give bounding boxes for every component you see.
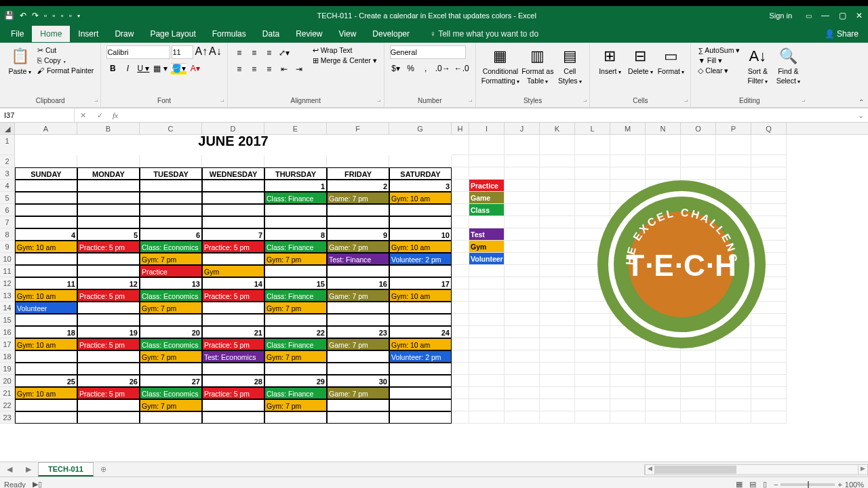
delete-cells-button[interactable]: ⊟Delete	[626, 45, 654, 75]
row-header[interactable]: 19	[0, 363, 15, 375]
cell[interactable]: Gym: 10 am	[389, 289, 452, 302]
horizontal-scrollbar[interactable]: ◀▶	[644, 464, 868, 475]
cell[interactable]	[327, 350, 389, 363]
cell[interactable]	[15, 216, 77, 228]
cell[interactable]	[77, 216, 140, 228]
cell[interactable]	[389, 314, 452, 326]
cell[interactable]	[327, 204, 389, 216]
font-size[interactable]	[172, 45, 193, 59]
cell[interactable]	[505, 411, 540, 424]
row-header[interactable]: 22	[0, 399, 15, 411]
spreadsheet-grid[interactable]: 1JUNE 201723SUNDAYMONDAYTUESDAYWEDNESDAY…	[0, 135, 868, 462]
cell[interactable]: 26	[77, 375, 140, 387]
cell[interactable]	[452, 228, 469, 241]
cell[interactable]	[505, 363, 540, 375]
row-header[interactable]: 23	[0, 411, 15, 424]
cell[interactable]: 27	[140, 375, 202, 387]
cell[interactable]	[452, 302, 469, 314]
cell[interactable]	[751, 387, 787, 399]
row-header[interactable]: 5	[0, 192, 15, 204]
cell[interactable]	[751, 155, 787, 167]
fx-icon[interactable]: fx	[108, 111, 122, 119]
cell[interactable]	[681, 399, 716, 411]
insert-cells-button[interactable]: ⊞Insert	[595, 45, 624, 75]
cell[interactable]: Practice: 5 pm	[202, 338, 264, 350]
cell[interactable]	[452, 265, 469, 277]
cell[interactable]	[452, 155, 469, 167]
cell[interactable]	[505, 350, 540, 363]
zoom-in-icon[interactable]: +	[837, 481, 842, 489]
cell[interactable]	[540, 289, 575, 302]
cell[interactable]	[505, 155, 540, 167]
qa-icon[interactable]: ▫	[61, 11, 64, 20]
cell[interactable]	[716, 387, 751, 399]
cell[interactable]	[505, 216, 540, 228]
cell[interactable]	[681, 155, 716, 167]
cell[interactable]	[77, 180, 140, 192]
cell[interactable]: Gym: 10 am	[389, 338, 452, 350]
cell[interactable]: Gym: 7 pm	[264, 350, 327, 363]
cell[interactable]: 11	[15, 277, 77, 289]
format-table-button[interactable]: ▥Format asTable	[521, 45, 553, 85]
percent-icon[interactable]: %	[405, 63, 417, 75]
cell[interactable]	[469, 363, 505, 375]
cell[interactable]	[389, 204, 452, 216]
row-header[interactable]: 4	[0, 180, 15, 192]
legend-item[interactable]: Gym	[469, 241, 505, 253]
cell[interactable]	[646, 135, 681, 155]
cell[interactable]: Class: Finance	[264, 192, 327, 204]
cell[interactable]	[15, 204, 77, 216]
row-header[interactable]: 8	[0, 228, 15, 241]
cell[interactable]: Gym: 7 pm	[264, 399, 327, 411]
cell[interactable]	[716, 350, 751, 363]
cell[interactable]	[610, 411, 646, 424]
view-layout-icon[interactable]: ▤	[749, 480, 756, 488]
format-cells-button[interactable]: ▭Format	[656, 45, 685, 75]
cell[interactable]	[327, 399, 389, 411]
cell[interactable]	[264, 204, 327, 216]
cell[interactable]	[389, 265, 452, 277]
cell[interactable]: Gym: 10 am	[389, 192, 452, 204]
cell[interactable]	[77, 265, 140, 277]
tab-review[interactable]: Review	[288, 26, 330, 42]
zoom-slider[interactable]	[781, 483, 835, 486]
cell[interactable]	[15, 350, 77, 363]
cell[interactable]: Practice: 5 pm	[77, 338, 140, 350]
cell-styles-button[interactable]: ▤CellStyles	[555, 45, 584, 85]
cell[interactable]	[646, 155, 681, 167]
cell[interactable]	[264, 155, 327, 167]
cell[interactable]: TUESDAY	[140, 167, 202, 180]
cell[interactable]	[575, 399, 610, 411]
cell[interactable]: 1	[264, 180, 327, 192]
cancel-formula-icon[interactable]: ✕	[75, 111, 92, 120]
cell[interactable]: Practice: 5 pm	[77, 289, 140, 302]
cell[interactable]	[716, 399, 751, 411]
italic-button[interactable]: I	[121, 63, 134, 75]
tab-data[interactable]: Data	[254, 26, 288, 42]
cell[interactable]	[327, 155, 389, 167]
cell[interactable]	[202, 399, 264, 411]
cell[interactable]	[540, 228, 575, 241]
cell[interactable]: Practice: 5 pm	[202, 289, 264, 302]
cell[interactable]	[469, 135, 505, 155]
cell[interactable]	[540, 387, 575, 399]
cell[interactable]	[681, 363, 716, 375]
cell[interactable]	[505, 265, 540, 277]
cell[interactable]: 8	[264, 228, 327, 241]
row-header[interactable]: 6	[0, 204, 15, 216]
signin-link[interactable]: Sign in	[769, 12, 806, 20]
cell[interactable]	[469, 167, 505, 180]
cell[interactable]	[389, 411, 452, 424]
row-header[interactable]: 15	[0, 314, 15, 326]
bold-button[interactable]: B	[106, 63, 119, 75]
cell[interactable]	[389, 387, 452, 399]
cell[interactable]: 24	[389, 326, 452, 338]
sort-filter-button[interactable]: A↓Sort &Filter	[743, 45, 772, 85]
cell[interactable]: Game: 7 pm	[327, 192, 389, 204]
cell[interactable]	[202, 411, 264, 424]
cell[interactable]	[452, 338, 469, 350]
cell[interactable]	[264, 411, 327, 424]
cell[interactable]: 29	[264, 375, 327, 387]
cell[interactable]	[452, 241, 469, 253]
cell[interactable]	[716, 363, 751, 375]
